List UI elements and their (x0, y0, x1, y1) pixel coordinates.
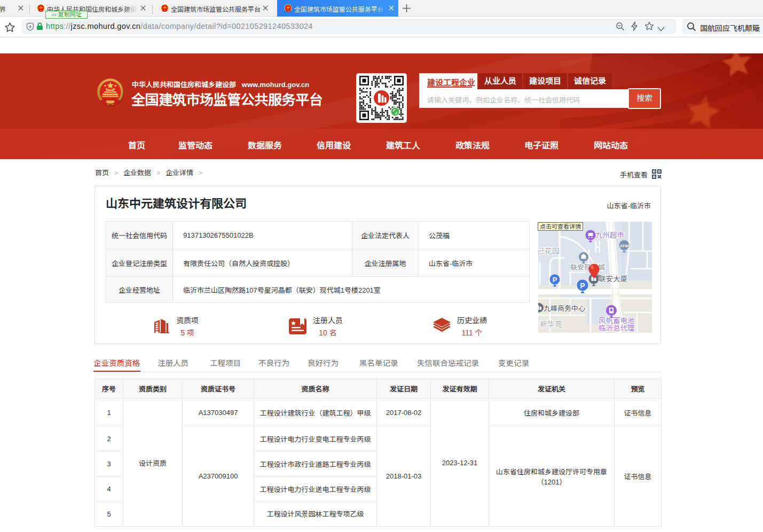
svg-text:P: P (553, 276, 557, 284)
svg-text:P: P (580, 281, 585, 290)
svg-text:风帆蓄电池: 风帆蓄电池 (599, 317, 635, 325)
svg-text:联安现代城: 联安现代城 (570, 263, 605, 271)
svg-text:九峰商务中心: 九峰商务中心 (544, 304, 585, 312)
svg-text:己花园: 己花园 (538, 247, 560, 255)
svg-text:临沂总代理: 临沂总代理 (599, 324, 635, 332)
svg-text:联安大厦: 联安大厦 (599, 275, 627, 283)
svg-text:ATM: ATM (620, 244, 629, 248)
svg-text:九州超市: 九州超市 (595, 231, 624, 239)
svg-text:新华苑: 新华苑 (540, 320, 562, 328)
